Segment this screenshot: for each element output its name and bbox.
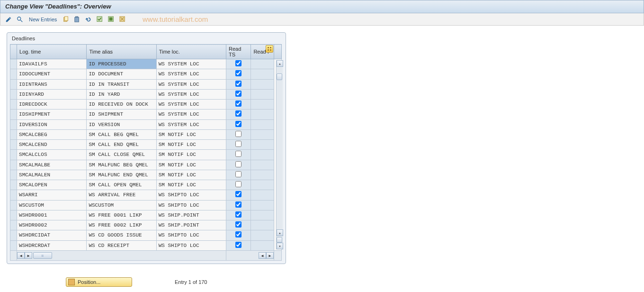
cell-time-loc[interactable]: WS SYSTEM LOC bbox=[156, 119, 226, 129]
col-header-time-alias[interactable]: Time alias bbox=[87, 45, 156, 59]
row-selector[interactable] bbox=[10, 129, 17, 139]
row-selector[interactable] bbox=[10, 119, 17, 129]
row-selector[interactable] bbox=[10, 190, 17, 200]
row-selector-header[interactable] bbox=[10, 45, 17, 59]
cell-time-loc[interactable]: WS SHIP.POINT bbox=[156, 210, 226, 220]
deselect-all-icon[interactable] bbox=[118, 15, 127, 24]
cell-log-time[interactable]: SMCALCEND bbox=[17, 140, 87, 150]
read-ts-checkbox[interactable] bbox=[235, 171, 242, 177]
row-selector[interactable] bbox=[10, 150, 17, 160]
cell-time-alias[interactable]: ID RECEIVED ON DOCK bbox=[87, 100, 156, 110]
read-ts-checkbox[interactable] bbox=[235, 100, 242, 107]
hscroll-right2-icon[interactable]: ▶ bbox=[266, 252, 274, 259]
cell-log-time[interactable]: IDDOCUMENT bbox=[17, 69, 87, 79]
cell-time-loc[interactable]: SM NOTIF LOC bbox=[156, 129, 226, 139]
vscroll-up-icon[interactable]: ▴ bbox=[277, 60, 283, 67]
cell-log-time[interactable]: WSHDRCRDAT bbox=[17, 240, 87, 251]
cell-time-alias[interactable]: WS CD RECEIPT bbox=[87, 240, 156, 251]
vscroll-thumb2[interactable] bbox=[277, 237, 282, 243]
cell-log-time[interactable]: WSHDR0002 bbox=[17, 220, 87, 230]
vscrollbar[interactable]: ▴▴▾ bbox=[274, 59, 281, 251]
row-selector[interactable] bbox=[10, 180, 17, 190]
cell-time-loc[interactable]: SM NOTIF LOC bbox=[156, 140, 226, 150]
cell-time-alias[interactable]: ID PROCESSED bbox=[87, 59, 156, 69]
undo-change-icon[interactable] bbox=[84, 15, 93, 24]
vscroll-thumb[interactable] bbox=[277, 73, 282, 80]
cell-time-loc[interactable]: WS SHIPTO LOC bbox=[156, 240, 226, 251]
cell-log-time[interactable]: IDAVAILFS bbox=[17, 59, 87, 69]
cell-log-time[interactable]: IDRECDOCK bbox=[17, 100, 87, 110]
cell-time-alias[interactable]: SM MALFUNC BEG QMEL bbox=[87, 160, 156, 170]
hscroll-right-icon[interactable]: ▶ bbox=[25, 252, 32, 259]
cell-time-loc[interactable]: WS SYSTEM LOC bbox=[156, 79, 226, 89]
vscroll-down-icon[interactable]: ▾ bbox=[277, 243, 283, 249]
read-ts-checkbox[interactable] bbox=[235, 110, 242, 117]
cell-log-time[interactable]: IDINTRANS bbox=[17, 79, 87, 89]
toggle-display-change-icon[interactable] bbox=[4, 15, 13, 24]
cell-time-loc[interactable]: SM NOTIF LOC bbox=[156, 170, 226, 180]
cell-log-time[interactable]: SMCALMALEN bbox=[17, 170, 87, 180]
read-ts-checkbox[interactable] bbox=[235, 221, 242, 228]
hscrollbar-left[interactable]: ◀ ▶ ∷ bbox=[17, 252, 226, 259]
row-selector[interactable] bbox=[10, 69, 17, 79]
row-selector[interactable] bbox=[10, 170, 17, 180]
cell-time-loc[interactable]: WS SYSTEM LOC bbox=[156, 100, 226, 110]
row-selector[interactable] bbox=[10, 100, 17, 110]
read-ts-checkbox[interactable] bbox=[235, 121, 242, 127]
cell-time-alias[interactable]: SM CALL OPEN QMEL bbox=[87, 180, 156, 190]
cell-time-alias[interactable]: ID DOCUMENT bbox=[87, 69, 156, 79]
select-block-icon[interactable] bbox=[107, 15, 116, 24]
read-ts-checkbox[interactable] bbox=[235, 60, 242, 66]
row-selector[interactable] bbox=[10, 220, 17, 230]
cell-log-time[interactable]: SMCALMALBE bbox=[17, 160, 87, 170]
cell-log-time[interactable]: WSCUSTOM bbox=[17, 200, 87, 210]
cell-time-loc[interactable]: WS SHIPTO LOC bbox=[156, 190, 226, 200]
cell-time-alias[interactable]: WS FREE 0001 LIKP bbox=[87, 210, 156, 220]
cell-time-loc[interactable]: WS SHIPTO LOC bbox=[156, 230, 226, 240]
cell-time-alias[interactable]: SM CALL END QMEL bbox=[87, 140, 156, 150]
col-header-read-i[interactable]: Read I bbox=[251, 45, 274, 59]
row-selector[interactable] bbox=[10, 59, 17, 69]
row-selector[interactable] bbox=[10, 140, 17, 150]
cell-log-time[interactable]: WSARRI bbox=[17, 190, 87, 200]
row-selector[interactable] bbox=[10, 240, 17, 251]
cell-time-loc[interactable]: WS SYSTEM LOC bbox=[156, 110, 226, 119]
row-selector[interactable] bbox=[10, 210, 17, 220]
cell-time-alias[interactable]: SM CALL CLOSE QMEL bbox=[87, 150, 156, 160]
table-settings-icon[interactable] bbox=[266, 45, 273, 53]
hscroll-left-icon[interactable]: ◀ bbox=[17, 252, 25, 259]
delete-icon[interactable] bbox=[73, 15, 81, 24]
read-ts-checkbox[interactable] bbox=[235, 141, 242, 147]
read-ts-checkbox[interactable] bbox=[235, 91, 242, 97]
cell-log-time[interactable]: IDSHIPMENT bbox=[17, 110, 87, 119]
cell-time-alias[interactable]: ID IN TRANSIT bbox=[87, 79, 156, 89]
hscroll-left2-icon[interactable]: ◀ bbox=[259, 252, 266, 259]
cell-log-time[interactable]: SMCALCLOS bbox=[17, 150, 87, 160]
read-ts-checkbox[interactable] bbox=[235, 161, 242, 167]
copy-as-icon[interactable] bbox=[62, 15, 70, 24]
cell-time-alias[interactable]: WS ARRIVAL FREE bbox=[87, 190, 156, 200]
col-header-log-time[interactable]: Log. time bbox=[17, 45, 87, 59]
cell-time-alias[interactable]: WSCUSTOM bbox=[87, 200, 156, 210]
row-selector[interactable] bbox=[10, 230, 17, 240]
read-ts-checkbox[interactable] bbox=[235, 191, 242, 197]
new-entries-button[interactable]: New Entries bbox=[27, 17, 59, 22]
read-ts-checkbox[interactable] bbox=[235, 211, 242, 218]
position-button[interactable]: Position... bbox=[66, 277, 132, 287]
cell-time-loc[interactable]: WS SYSTEM LOC bbox=[156, 89, 226, 99]
cell-time-loc[interactable]: WS SHIPTO LOC bbox=[156, 200, 226, 210]
cell-time-loc[interactable]: WS SYSTEM LOC bbox=[156, 69, 226, 79]
read-ts-checkbox[interactable] bbox=[235, 242, 242, 248]
cell-time-loc[interactable]: SM NOTIF LOC bbox=[156, 180, 226, 190]
read-ts-checkbox[interactable] bbox=[235, 70, 242, 76]
cell-time-loc[interactable]: SM NOTIF LOC bbox=[156, 150, 226, 160]
read-ts-checkbox[interactable] bbox=[235, 231, 242, 237]
cell-log-time[interactable]: SMCALOPEN bbox=[17, 180, 87, 190]
hscrollbar-right[interactable]: ◀ ▶ bbox=[226, 252, 274, 259]
cell-time-alias[interactable]: ID IN YARD bbox=[87, 89, 156, 99]
cell-log-time[interactable]: SMCALCBEG bbox=[17, 129, 87, 139]
row-selector[interactable] bbox=[10, 110, 17, 119]
select-all-icon[interactable] bbox=[96, 15, 104, 24]
row-selector[interactable] bbox=[10, 160, 17, 170]
cell-log-time[interactable]: WSHDR0001 bbox=[17, 210, 87, 220]
